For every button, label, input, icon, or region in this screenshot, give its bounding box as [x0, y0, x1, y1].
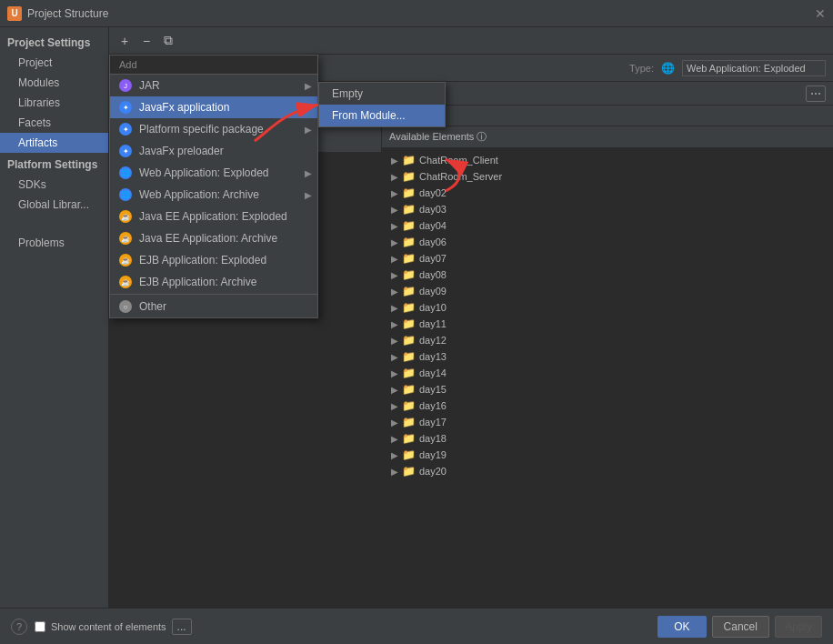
add-dropdown-overlay: Add J JAR ▶ ✦ JavaFx application ▶ ✦ Pla… — [109, 55, 318, 318]
apply-button[interactable]: Apply — [775, 616, 822, 638]
webapp-exploded-arrow-icon: ▶ — [305, 168, 312, 178]
list-item[interactable]: ▶ 📁 day09 — [386, 283, 829, 299]
list-item[interactable]: ▶ 📁 day08 — [386, 267, 829, 283]
remove-artifact-button[interactable]: − — [136, 31, 156, 51]
list-item[interactable]: ▶ 📁 day06 — [386, 234, 829, 250]
list-item[interactable]: ▶ 📁 day10 — [386, 299, 829, 316]
sidebar-item-global-libraries[interactable]: Global Librar... — [0, 195, 108, 215]
list-item[interactable]: ▶ 📁 day12 — [386, 332, 829, 348]
title-bar: U Project Structure ✕ — [0, 0, 833, 27]
show-content-row: Show content of elements ... — [35, 619, 192, 635]
menu-item-jar[interactable]: J JAR ▶ — [110, 75, 317, 96]
javaee-archive-icon: ☕ — [119, 232, 132, 245]
show-content-label: Show content of elements — [51, 621, 166, 632]
menu-item-other[interactable]: ○ Other — [110, 296, 317, 317]
close-button[interactable]: ✕ — [815, 6, 826, 21]
webapp-archive-arrow-icon: ▶ — [305, 190, 312, 200]
submenu-item-from-module[interactable]: From Module... — [319, 105, 445, 126]
list-item[interactable]: ▶ 📁 day04 — [386, 217, 829, 234]
list-item[interactable]: ▶ 📁 day16 — [386, 397, 829, 414]
javafx-arrow-icon: ▶ — [305, 103, 312, 113]
sidebar-item-project[interactable]: Project — [0, 53, 108, 73]
help-button[interactable]: ? — [11, 619, 27, 635]
preloader-icon: ✦ — [119, 145, 132, 157]
sidebar-item-facets[interactable]: Facets — [0, 113, 108, 133]
list-item[interactable]: ▶ 📁 day11 — [386, 316, 829, 332]
browse-output-button[interactable]: ⋯ — [806, 86, 826, 102]
bottom-bar: ? Show content of elements ... OK Cancel… — [0, 608, 833, 644]
jar-arrow-icon: ▶ — [305, 81, 312, 91]
copy-artifact-button[interactable]: ⧉ — [158, 31, 178, 51]
sidebar-item-modules[interactable]: Modules — [0, 73, 108, 93]
action-buttons: OK Cancel Apply — [657, 616, 822, 638]
list-item[interactable]: ▶ 📁 day15 — [386, 381, 829, 397]
menu-item-javaee-exploded[interactable]: ☕ Java EE Application: Exploded — [110, 206, 317, 227]
menu-item-webapp-exploded[interactable]: 🌐 Web Application: Exploded ▶ — [110, 162, 317, 184]
artifacts-toolbar: + − ⧉ — [109, 27, 833, 55]
javafx-icon: ✦ — [119, 101, 132, 114]
menu-item-javafx[interactable]: ✦ JavaFx application ▶ — [110, 96, 317, 118]
add-artifact-button[interactable]: + — [115, 31, 135, 51]
webapp-archive-icon: 🌐 — [119, 188, 132, 201]
sidebar-section-project-settings[interactable]: Project Settings — [0, 31, 108, 53]
available-elements-list: ▶ 📁 ChatRoom_Client ▶ 📁 ChatRoom_Server … — [382, 148, 833, 608]
jar-icon: J — [119, 79, 132, 92]
list-item[interactable]: ▶ 📁 day07 — [386, 250, 829, 267]
ok-button[interactable]: OK — [657, 616, 706, 638]
menu-item-javaee-archive[interactable]: ☕ Java EE Application: Archive — [110, 227, 317, 249]
menu-item-webapp-archive[interactable]: 🌐 Web Application: Archive ▶ — [110, 184, 317, 206]
dropdown-header: Add — [110, 55, 317, 75]
other-icon: ○ — [119, 300, 132, 313]
list-item[interactable]: ▶ 📁 ChatRoom_Server — [386, 168, 829, 185]
list-item[interactable]: ▶ 📁 day13 — [386, 348, 829, 365]
menu-item-ejb-archive[interactable]: ☕ EJB Application: Archive — [110, 271, 317, 293]
cancel-button[interactable]: Cancel — [712, 616, 769, 638]
list-item[interactable]: ▶ 📁 day02 — [386, 185, 829, 201]
platform-arrow-icon: ▶ — [305, 125, 312, 135]
available-elements-title: Available Elements ⓘ — [389, 130, 487, 144]
sidebar: Project Settings Project Modules Librari… — [0, 27, 109, 608]
ejb-archive-icon: ☕ — [119, 276, 132, 288]
javaee-exploded-icon: ☕ — [119, 210, 132, 223]
platform-icon: ✦ — [119, 123, 132, 136]
type-icon: 🌐 — [661, 62, 675, 75]
webapp-exploded-icon: 🌐 — [119, 166, 132, 179]
sidebar-item-problems[interactable]: Problems — [0, 233, 108, 253]
ejb-exploded-icon: ☕ — [119, 254, 132, 267]
submenu-item-empty[interactable]: Empty — [319, 83, 445, 105]
type-label: Type: — [629, 63, 654, 74]
list-item[interactable]: ▶ 📁 day14 — [386, 365, 829, 381]
type-select[interactable]: Web Application: Exploded — [682, 60, 826, 76]
list-item[interactable]: ▶ 📁 ChatRoom_Client — [386, 152, 829, 168]
show-content-checkbox[interactable] — [35, 621, 45, 632]
menu-item-ejb-exploded[interactable]: ☕ EJB Application: Exploded — [110, 249, 317, 271]
sidebar-item-sdks[interactable]: SDKs — [0, 175, 108, 195]
sidebar-item-libraries[interactable]: Libraries — [0, 93, 108, 113]
add-dropdown-menu: Add J JAR ▶ ✦ JavaFx application ▶ ✦ Pla… — [109, 55, 318, 318]
list-item[interactable]: ▶ 📁 day19 — [386, 447, 829, 463]
list-item[interactable]: ▶ 📁 day20 — [386, 463, 829, 479]
sidebar-section-platform-settings[interactable]: Platform Settings — [0, 153, 108, 175]
show-content-dots-button[interactable]: ... — [172, 619, 192, 635]
list-item[interactable]: ▶ 📁 day18 — [386, 430, 829, 447]
app-icon: U — [7, 6, 22, 21]
sidebar-item-artifacts[interactable]: Artifacts — [0, 133, 108, 153]
javafx-submenu: Empty From Module... — [318, 82, 446, 127]
list-item[interactable]: ▶ 📁 day03 — [386, 201, 829, 217]
menu-item-preloader[interactable]: ✦ JavaFx preloader — [110, 140, 317, 162]
menu-item-platform[interactable]: ✦ Platform specific package ▶ — [110, 118, 317, 140]
right-pane-header: Available Elements ⓘ — [382, 126, 833, 148]
right-pane: Available Elements ⓘ ▶ 📁 ChatRoom_Client… — [382, 126, 833, 608]
list-item[interactable]: ▶ 📁 day17 — [386, 414, 829, 430]
window-title: Project Structure — [27, 7, 108, 20]
